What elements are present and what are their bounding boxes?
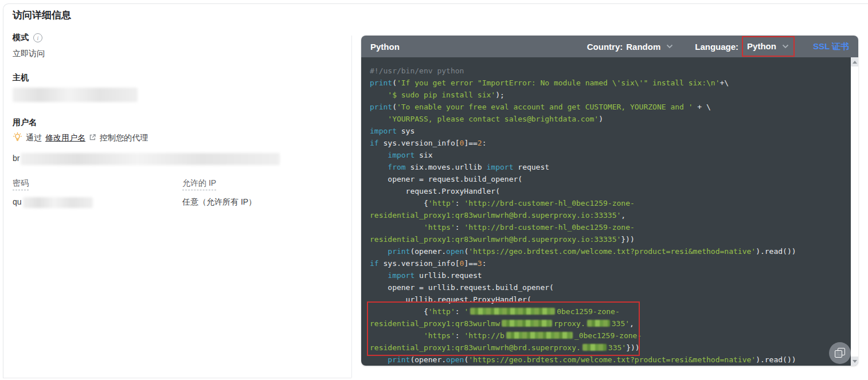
ssl-cert-link[interactable]: SSL 证书 [813,41,849,52]
copy-icon [835,348,845,358]
username-tip-suffix: 控制您的代理 [100,133,148,143]
triangle-down-icon [853,360,857,363]
mode-label: 模式 [13,33,29,43]
username-field: 用户名 通过 修改用户名 控制您的代理 br [13,117,280,165]
scrollbar[interactable] [851,57,858,366]
password-value-redacted [23,197,93,208]
external-link-icon [89,134,96,143]
username-value-redacted [21,153,280,165]
password-label: 密码 [13,178,29,190]
country-value: Random [626,42,660,52]
allowed-ip-value: 任意（允许所有 IP） [182,197,256,207]
allowed-ip-field: 允许的 IP 任意（允许所有 IP） [182,178,256,207]
scroll-up-button[interactable] [851,57,858,66]
language-dropdown[interactable]: Language: Python [695,41,791,52]
page-title: 访问详细信息 [13,9,71,22]
password-field: 密码 qu [13,178,93,208]
copy-button[interactable] [829,342,851,364]
section-bottom-divider [3,378,351,378]
host-label: 主机 [13,73,29,82]
host-value-redacted [13,88,138,102]
access-details-page: 访问详细信息 模式 i 立即访问 主机 用户名 [0,0,868,380]
country-label: Country: [587,42,623,52]
triangle-up-icon [853,61,857,64]
language-label: Language: [695,42,738,52]
lightbulb-icon [13,132,22,144]
language-value-highlight: Python [742,36,795,57]
code-panel-title: Python [370,42,400,52]
code-editor[interactable]: #!/usr/bin/env pythonprint('If you get e… [361,57,858,366]
allowed-ip-label: 允许的 IP [182,178,216,190]
chevron-down-icon [666,44,673,49]
code-panel: Python Country: Random Language: Python … [361,36,858,366]
host-field: 主机 [13,72,138,102]
code-lines: #!/usr/bin/env pythonprint('If you get e… [361,57,858,366]
info-icon[interactable]: i [33,33,42,42]
column-divider [351,36,352,378]
username-label: 用户名 [13,117,37,127]
code-panel-header: Python Country: Random Language: Python … [361,36,858,57]
mode-value: 立即访问 [13,49,45,59]
username-value-visible: br [13,154,19,163]
edit-username-link[interactable]: 修改用户名 [45,133,85,143]
password-value-visible: qu [13,197,22,206]
mode-field: 模式 i 立即访问 [13,33,45,59]
username-tip-prefix: 通过 [26,133,42,143]
chevron-down-icon [782,44,789,49]
country-dropdown[interactable]: Country: Random [587,42,674,52]
language-value: Python [747,41,776,51]
